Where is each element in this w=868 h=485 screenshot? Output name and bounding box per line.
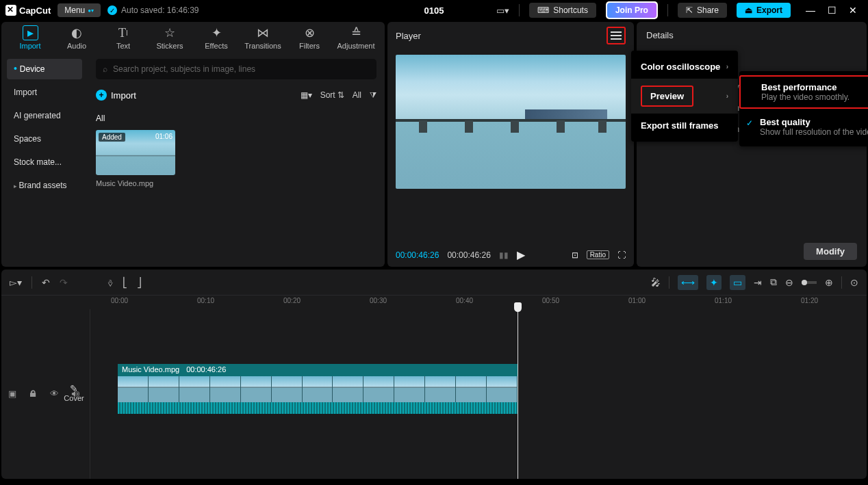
share-label: Share <box>697 5 719 15</box>
compare-icon[interactable]: ▮▮ <box>499 250 509 260</box>
timeline-panel: ▻▾ ↶ ↷ ⎀ ⎣ ⎦ 🎤︎ ⟷ ✦ ▭ ⇥ ⧉ ⊖ ⊕ ⊙ 00:00 00… <box>1 270 867 479</box>
clip-panel-icon[interactable]: ▣ <box>8 389 16 399</box>
media-panel: ▸Import ◐Audio TIText ☆Stickers ✦Effects… <box>1 22 385 267</box>
clip-thumbnails <box>118 376 518 402</box>
close-icon[interactable]: ✕ <box>849 5 857 16</box>
undo-button[interactable]: ↶ <box>42 277 50 288</box>
player-panel: Player 00:00:46:26 00:00:46:26 ▮▮ ▶ ⊡ Ra… <box>387 22 634 267</box>
media-clip[interactable]: Added 01:06 Music Video.mpg <box>96 130 175 187</box>
tab-adjustment-label: Adjustment <box>337 42 374 50</box>
video-clip[interactable]: Music Video.mpg 00:00:46:26 <box>118 364 518 414</box>
menu-button[interactable]: Menu ●▾ <box>58 3 101 17</box>
redo-button[interactable]: ↷ <box>60 277 68 288</box>
autosave-status: ✓ Auto saved: 16:46:39 <box>107 5 199 15</box>
import-tab-icon: ▸ <box>23 25 38 40</box>
tab-transitions-label: Transitions <box>244 42 281 50</box>
app-logo: CapCut <box>5 5 51 16</box>
trim-left-tool[interactable]: ⎣ <box>123 277 127 288</box>
clip-header-tc: 00:00:46:26 <box>186 365 226 375</box>
sidebar-ai[interactable]: AI generated <box>7 105 82 126</box>
menu-color-label: Color oscilloscope <box>641 62 720 72</box>
ruler-mark: 00:30 <box>370 297 387 304</box>
share-button[interactable]: ⇱ Share <box>678 3 727 18</box>
submenu-best-performance[interactable]: Best performance Play the video smoothly… <box>739 75 868 109</box>
menu-export-still[interactable]: Export still frames <box>631 114 738 137</box>
export-icon: ⏏ <box>745 5 752 15</box>
zoom-in-icon[interactable]: ⊕ <box>825 277 833 288</box>
search-icon: ⌕ <box>103 64 107 74</box>
sidebar-brand[interactable]: Brand assets <box>7 175 82 196</box>
sidebar-device[interactable]: Device <box>7 59 82 79</box>
tab-text[interactable]: TIText <box>100 25 146 50</box>
effects-icon: ✦ <box>212 25 222 40</box>
modify-button[interactable]: Modify <box>804 243 857 260</box>
menu-color-oscilloscope[interactable]: Color oscilloscope › <box>631 55 738 79</box>
timeline-ruler[interactable]: 00:00 00:10 00:20 00:30 00:40 00:50 01:0… <box>90 296 867 309</box>
linkage-button[interactable]: ✦ <box>706 275 722 290</box>
media-sidebar: Device Import AI generated Spaces Stock … <box>1 53 88 267</box>
timeline-tracks[interactable]: Music Video.mpg 00:00:46:26 <box>90 309 867 479</box>
search-input[interactable]: ⌕ Search project, subjects in image, lin… <box>96 59 376 79</box>
view-grid-button[interactable]: ▦▾ <box>301 90 312 100</box>
crop-icon[interactable]: ⊡ <box>572 250 578 260</box>
perf-title: Best performance <box>761 82 868 92</box>
capcut-logo-icon <box>5 5 16 16</box>
title-bar: CapCut Menu ●▾ ✓ Auto saved: 16:46:39 01… <box>0 0 868 21</box>
top-tabs: ▸Import ◐Audio TIText ☆Stickers ✦Effects… <box>1 22 385 53</box>
tab-audio[interactable]: ◐Audio <box>53 25 100 50</box>
zoom-fit-icon[interactable]: ⊙ <box>850 277 858 288</box>
lock-icon[interactable]: 🔒︎ <box>29 389 38 399</box>
sort-button[interactable]: Sort ⇅ <box>320 90 344 100</box>
tab-effects[interactable]: ✦Effects <box>193 25 240 50</box>
chevron-right-icon: › <box>726 63 728 70</box>
sidebar-stock[interactable]: Stock mate... <box>7 152 82 172</box>
layout-icon[interactable]: ▭▾ <box>496 5 509 16</box>
minimize-icon[interactable]: — <box>806 5 815 16</box>
sidebar-spaces[interactable]: Spaces <box>7 129 82 149</box>
project-title[interactable]: 0105 <box>424 5 444 16</box>
split-tool[interactable]: ⎀ <box>107 277 113 288</box>
snap-button[interactable]: ⟷ <box>678 275 698 290</box>
player-menu-popup: Color oscilloscope › Preview › Export st… <box>631 51 738 142</box>
tab-transitions[interactable]: ⋈Transitions <box>240 25 286 50</box>
menu-export-label: Export still frames <box>641 120 718 131</box>
zoom-slider[interactable] <box>802 281 817 284</box>
mic-icon[interactable]: 🎤︎ <box>651 277 661 288</box>
sidebar-import[interactable]: Import <box>7 82 82 103</box>
join-pro-button[interactable]: Join Pro <box>607 3 656 18</box>
preview-axis-button[interactable]: ▭ <box>730 275 745 290</box>
tab-effects-label: Effects <box>205 42 227 50</box>
ruler-mark: 01:20 <box>801 297 818 304</box>
eye-icon[interactable]: 👁︎ <box>50 389 59 399</box>
tab-import[interactable]: ▸Import <box>7 25 53 50</box>
filters-icon: ⊗ <box>305 25 315 40</box>
tab-filters[interactable]: ⊗Filters <box>286 25 333 50</box>
filter-icon[interactable]: ⧩ <box>370 90 376 100</box>
ratio-button[interactable]: Ratio <box>587 250 609 259</box>
maximize-icon[interactable]: ☐ <box>828 5 837 16</box>
fullscreen-icon[interactable]: ⛶ <box>617 250 626 260</box>
player-menu-button[interactable] <box>607 27 626 44</box>
brand-text: CapCut <box>19 5 51 16</box>
align-icon[interactable]: ⇥ <box>754 277 762 288</box>
filter-all-button[interactable]: All <box>353 90 361 100</box>
zoom-out-icon[interactable]: ⊖ <box>785 277 793 288</box>
shortcuts-button[interactable]: ⌨ Shortcuts <box>529 3 596 18</box>
join-pro-wrap[interactable]: Join Pro <box>606 1 658 19</box>
cover-button[interactable]: ✎ Cover <box>62 383 86 402</box>
tab-stickers[interactable]: ☆Stickers <box>146 25 193 50</box>
playhead[interactable] <box>518 309 518 479</box>
video-preview[interactable] <box>396 55 626 189</box>
play-icon[interactable]: ▶ <box>517 248 525 261</box>
perf-sub: Play the video smoothly. <box>761 92 868 102</box>
pointer-tool[interactable]: ▻▾ <box>10 277 22 288</box>
tab-adjustment[interactable]: ≙Adjustment <box>333 25 379 50</box>
import-button[interactable]: + Import <box>96 90 136 101</box>
check-icon: ✓ <box>107 5 117 15</box>
submenu-best-quality[interactable]: Best quality Show full resolution of the… <box>739 112 868 142</box>
export-button[interactable]: ⏏ Export <box>737 3 791 18</box>
trim-right-tool[interactable]: ⎦ <box>137 277 142 288</box>
clip-header-name: Music Video.mpg <box>122 365 179 375</box>
menu-preview[interactable]: Preview › <box>631 79 738 114</box>
overlap-icon[interactable]: ⧉ <box>770 276 777 288</box>
